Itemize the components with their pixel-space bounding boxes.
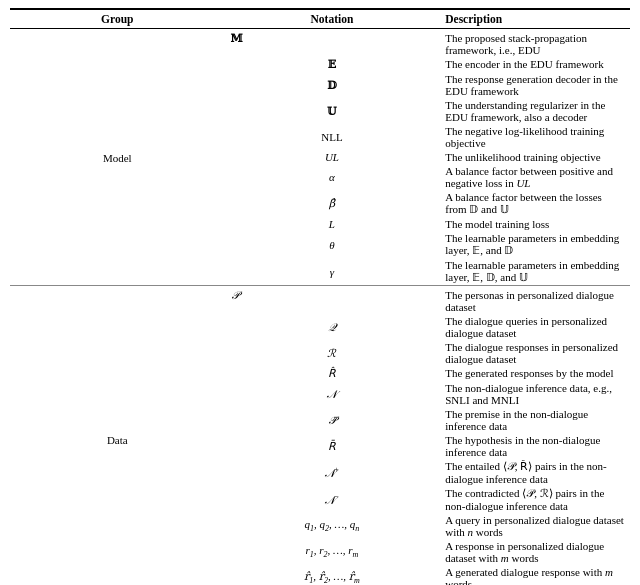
description-cell: The unlikelihood training objective [439, 150, 630, 164]
description-cell: A response in personalized dialogue data… [439, 539, 630, 565]
notation-cell: 𝔼 [225, 57, 440, 72]
description-cell: The hypothesis in the non-dialogue infer… [439, 433, 630, 459]
notation-cell: ℛ [225, 340, 440, 366]
description-cell: The dialogue responses in personalized d… [439, 340, 630, 366]
description-cell: The contradicted ⟨𝒫, ℛ⟩ pairs in the non… [439, 486, 630, 513]
notation-cell: R̂ [225, 366, 440, 381]
description-cell: The non-dialogue inference data, e.g., S… [439, 381, 630, 407]
notation-cell: NLL [225, 124, 440, 150]
description-cell: A balance factor between positive and ne… [439, 164, 630, 190]
notation-cell: 𝕄 [225, 29, 440, 58]
col-notation: Notation [225, 9, 440, 29]
notation-cell: 𝒫̄ [225, 407, 440, 433]
group-label-data: Data [10, 286, 225, 586]
notation-cell: L [225, 217, 440, 231]
notation-cell: θ [225, 231, 440, 258]
description-cell: The generated responses by the model [439, 366, 630, 381]
description-cell: The learnable parameters in embedding la… [439, 231, 630, 258]
notation-cell: r̂1, r̂2, …, r̂m [225, 565, 440, 585]
description-cell: The model training loss [439, 217, 630, 231]
table-container: Group Notation Description Model 𝕄 The p… [0, 0, 640, 585]
description-cell: The entailed ⟨𝒫, R̂⟩ pairs in the non-di… [439, 459, 630, 486]
notation-cell: 𝒩 [225, 381, 440, 407]
table-row: Data 𝒫 The personas in personalized dial… [10, 286, 630, 315]
description-cell: The proposed stack-propagation framework… [439, 29, 630, 58]
description-cell: The premise in the non-dialogue inferenc… [439, 407, 630, 433]
description-cell: The encoder in the EDU framework [439, 57, 630, 72]
description-cell: The negative log-likelihood training obj… [439, 124, 630, 150]
description-cell: The response generation decoder in the E… [439, 72, 630, 98]
notation-cell: q1, q2, …, qn [225, 513, 440, 539]
notation-cell: 𝒫 [225, 286, 440, 315]
notation-cell: 𝒩− [225, 486, 440, 513]
description-cell: A generated dialogue response with m wor… [439, 565, 630, 585]
col-group: Group [10, 9, 225, 29]
description-cell: The learnable parameters in embedding la… [439, 258, 630, 286]
notation-cell: β̂ [225, 190, 440, 217]
notation-cell: R̄ [225, 433, 440, 459]
table-row: Model 𝕄 The proposed stack-propagation f… [10, 29, 630, 58]
description-cell: The dialogue queries in personalized dia… [439, 314, 630, 340]
description-cell: The personas in personalized dialogue da… [439, 286, 630, 315]
notation-cell: γ [225, 258, 440, 286]
notation-cell: α [225, 164, 440, 190]
col-description: Description [439, 9, 630, 29]
description-cell: A query in personalized dialogue dataset… [439, 513, 630, 539]
description-cell: The understanding regularizer in the EDU… [439, 98, 630, 124]
notation-cell: 𝔻 [225, 72, 440, 98]
notation-cell: 𝕌 [225, 98, 440, 124]
notation-cell: UL [225, 150, 440, 164]
notation-cell: 𝒬 [225, 314, 440, 340]
notation-cell: r1, r2, …, rm [225, 539, 440, 565]
notation-table: Group Notation Description Model 𝕄 The p… [10, 8, 630, 585]
table-header-row: Group Notation Description [10, 9, 630, 29]
group-label-model: Model [10, 29, 225, 286]
notation-cell: 𝒩+ [225, 459, 440, 486]
description-cell: A balance factor between the losses from… [439, 190, 630, 217]
